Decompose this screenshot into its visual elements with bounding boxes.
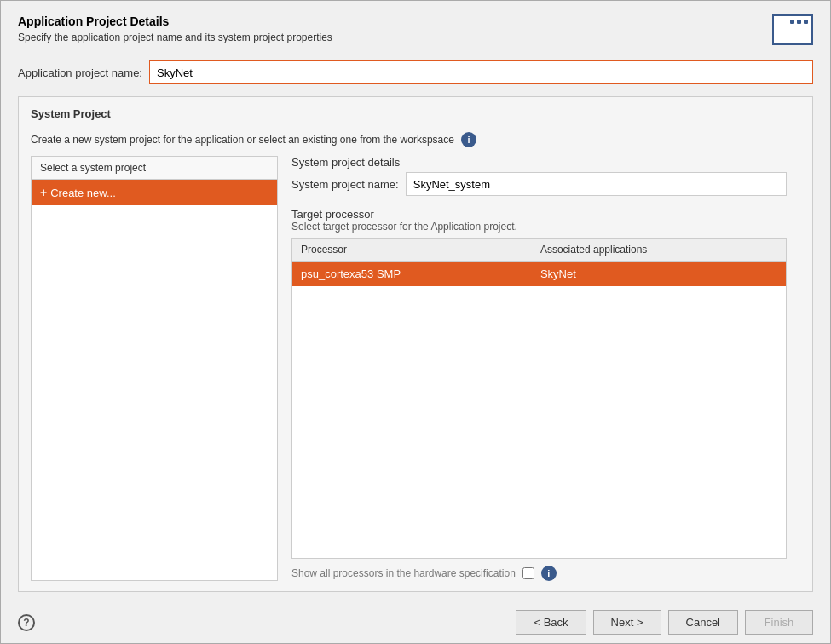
- sys-name-label: System project name:: [291, 178, 399, 191]
- cell-processor: psu_cortexa53 SMP: [292, 262, 532, 287]
- dialog-header-left: Application Project Details Specify the …: [18, 14, 332, 43]
- dialog-footer: ? < Back Next > Cancel Finish: [1, 601, 830, 643]
- next-button[interactable]: Next >: [593, 610, 661, 635]
- left-panel-header: Select a system project: [32, 157, 277, 180]
- icon-dot-3: [804, 20, 808, 24]
- dialog-content: Application project name: System Project…: [1, 52, 830, 601]
- footer-left: ?: [18, 614, 35, 631]
- target-processor-desc: Select target processor for the Applicat…: [291, 221, 787, 233]
- system-project-body: Select a system project + Create new... …: [31, 156, 800, 581]
- app-name-row: Application project name:: [18, 60, 813, 84]
- col-associated: Associated applications: [532, 239, 786, 262]
- sys-name-input[interactable]: [406, 172, 787, 196]
- show-all-checkbox[interactable]: [522, 567, 534, 579]
- dialog-header: Application Project Details Specify the …: [1, 1, 830, 52]
- app-name-input[interactable]: [149, 60, 813, 84]
- finish-button[interactable]: Finish: [745, 610, 813, 635]
- processor-table: Processor Associated applications psu_co…: [292, 239, 786, 286]
- plus-icon: +: [40, 186, 47, 199]
- create-new-label: Create new...: [50, 187, 116, 199]
- sys-name-row: System project name:: [291, 172, 787, 196]
- dialog: Application Project Details Specify the …: [0, 0, 831, 644]
- icon-dot-2: [797, 20, 801, 24]
- right-panel: System project details System project na…: [278, 156, 800, 581]
- show-all-info-icon: i: [541, 566, 557, 581]
- system-project-desc-row: Create a new system project for the appl…: [31, 132, 800, 147]
- window-icon-dots: [790, 20, 808, 24]
- cell-associated: SkyNet: [532, 262, 786, 287]
- system-project-details-title: System project details: [291, 156, 787, 172]
- cancel-button[interactable]: Cancel: [668, 610, 738, 635]
- icon-dot-1: [790, 20, 794, 24]
- system-project-group: System Project Create a new system proje…: [18, 96, 813, 592]
- dialog-subtitle: Specify the application project name and…: [18, 32, 332, 43]
- info-icon: i: [461, 132, 476, 147]
- left-panel: Select a system project + Create new...: [31, 156, 278, 581]
- back-button[interactable]: < Back: [516, 610, 586, 635]
- system-project-legend: System Project: [31, 107, 800, 120]
- dialog-title: Application Project Details: [18, 14, 332, 28]
- show-all-label: Show all processors in the hardware spec…: [291, 567, 516, 579]
- table-row[interactable]: psu_cortexa53 SMP SkyNet: [292, 262, 786, 287]
- system-project-description: Create a new system project for the appl…: [31, 134, 454, 146]
- window-icon: [772, 14, 813, 45]
- create-new-item[interactable]: + Create new...: [32, 180, 277, 205]
- target-processor-title: Target processor: [291, 208, 787, 221]
- col-processor: Processor: [292, 239, 532, 262]
- processor-table-container: Processor Associated applications psu_co…: [291, 238, 787, 559]
- show-all-row: Show all processors in the hardware spec…: [291, 566, 787, 581]
- app-name-label: Application project name:: [18, 66, 142, 79]
- footer-buttons: < Back Next > Cancel Finish: [516, 610, 813, 635]
- help-icon[interactable]: ?: [18, 614, 35, 631]
